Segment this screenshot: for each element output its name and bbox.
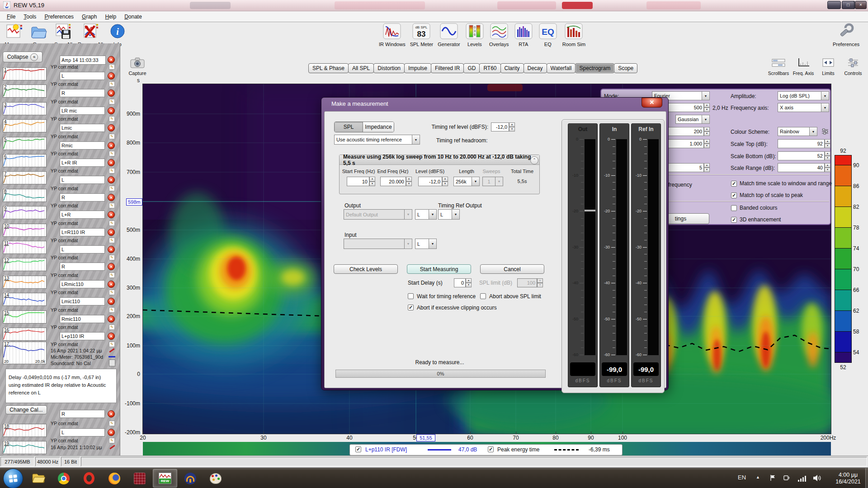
edit-notes-icon[interactable]: ✎ [109,272,115,278]
scale-top-spinner[interactable]: ▴▾ [825,139,830,148]
tab-filtered-ir[interactable]: Filtered IR [431,63,464,73]
measurement-thumbnail[interactable]: 12 [3,258,47,271]
measurement-name-field[interactable]: L+R [60,211,105,219]
tab-distortion[interactable]: Distortion [373,63,405,73]
measurement-thumbnail[interactable]: 13 [3,276,47,289]
dialog-close-button[interactable]: ✕ [642,98,662,108]
check-levels-button[interactable]: Check Levels [334,264,398,274]
trace-colour-pencil-icon[interactable] [109,348,114,353]
measurement-name-field[interactable]: L [60,72,105,80]
abort-clipping-checkbox[interactable] [408,305,414,310]
menu-tools[interactable]: Tools [20,13,39,21]
edit-notes-icon[interactable]: ✎ [109,81,115,87]
panel-checkbox-banded-colours[interactable] [731,205,737,211]
collapse-chevron-icon[interactable]: ⌃ [530,156,538,164]
scale-range-field[interactable]: 40 [778,163,825,172]
measurement-name-field[interactable]: LR mic [60,107,105,115]
network-signal-icon[interactable] [797,475,807,483]
fft-length-spinner[interactable]: ▴▾ [704,103,710,112]
delete-measurement-button[interactable]: × [108,298,115,305]
start-measuring-button[interactable]: Start Measuring [407,264,471,274]
tab-spl[interactable]: SPL [335,122,363,132]
tab-rt60[interactable]: RT60 [479,63,500,73]
edit-notes-icon[interactable]: ✎ [109,290,115,295]
measurement-thumbnail[interactable]: 2 [3,84,47,98]
edit-notes-icon[interactable]: ✎ [109,64,115,70]
power-plug-icon[interactable] [783,474,791,483]
delete-measurement-button[interactable]: × [108,142,115,149]
measurement-name-field[interactable]: Απρ 14 11:03:33 [60,56,106,65]
measurement-thumbnail[interactable]: 9 [3,206,47,219]
taskbar-app-explorer[interactable] [26,469,51,488]
measurement-thumbnail[interactable]: 7 [3,171,47,184]
tab-gd[interactable]: GD [463,63,480,73]
measurement-thumbnail[interactable]: 10 [3,224,47,237]
measurement-name-field[interactable]: Rmic [60,141,105,150]
start-delay-spinner[interactable]: ▴▾ [466,278,472,287]
toolbar-room-sim[interactable]: Room Sim [562,23,585,47]
scale-bottom-field[interactable]: 52 [778,151,825,160]
edit-notes-icon[interactable]: ✎ [109,238,115,243]
abort-spl-checkbox[interactable] [480,293,486,299]
edit-notes-icon[interactable]: ✎ [109,255,115,260]
cancel-button[interactable]: Cancel [480,264,544,274]
delete-measurement-button[interactable]: × [108,89,115,97]
delete-measurement-button[interactable]: × [108,246,115,253]
edit-notes-icon[interactable]: ✎ [109,151,115,156]
peak-energy-checkbox[interactable] [488,446,494,452]
edit-notes-icon[interactable]: ✎ [109,203,115,208]
tab-decay[interactable]: Decay [524,63,547,73]
tray-expand-icon[interactable]: ▲ [756,475,760,479]
measurement-thumbnail[interactable]: 1 [3,67,47,80]
delete-measurement-button[interactable]: × [108,410,115,418]
panel-checkbox-3d-enhancement[interactable] [731,217,737,223]
tab-impulse[interactable]: Impulse [404,63,431,73]
speaker-icon[interactable] [813,474,822,483]
start-button[interactable] [3,469,23,488]
panel-checkbox-match-top-of-scale-to-peak[interactable] [731,192,737,198]
edit-notes-icon[interactable]: ✎ [109,99,115,104]
taskbar-app-chrome[interactable] [52,469,76,488]
tab-waterfall[interactable]: Waterfall [547,63,576,73]
tab-spectrogram[interactable]: Spectrogram [575,63,614,73]
show-desktop-button[interactable] [865,468,868,488]
edit-notes-icon[interactable]: ✎ [109,168,115,174]
edit-notes-icon[interactable]: ✎ [109,421,115,426]
capture-button[interactable]: Capture [124,57,151,76]
edit-notes-icon[interactable]: ✎ [109,438,115,443]
menu-donate[interactable]: Donate [121,13,145,21]
output-channel-dropdown[interactable]: L▼ [415,209,437,220]
measurement-thumbnail[interactable]: 19 [3,441,47,454]
measurement-name-field[interactable]: L+R IR [60,159,105,167]
edit-notes-icon[interactable]: ✎ [109,342,115,347]
measurement-thumbnail[interactable]: 3 [3,102,47,115]
toolbar-preferences[interactable]: Preferences [833,23,859,47]
toolbar-overlays[interactable]: Overlays [489,23,509,47]
scale-range-spinner[interactable]: ▴▾ [825,163,830,172]
close-button[interactable]: × [855,1,867,9]
graph-button-scrollbars[interactable]: Scrollbars [768,57,789,76]
measurement-name-field[interactable]: L [60,428,105,436]
scale-top-field[interactable]: 92 [778,139,825,148]
measurement-thumbnail[interactable]: 6 [3,154,47,167]
measurement-name-field[interactable]: R [60,193,105,202]
edit-notes-icon[interactable]: ✎ [109,324,115,330]
timing-ref-level-field[interactable]: -12,0 [491,122,509,131]
measurement-thumbnail[interactable]: 11 [3,241,47,254]
trace-visibility-checkbox[interactable] [355,446,361,452]
measurement-thumbnail[interactable]: 4 [3,119,47,132]
start-freq-spinner[interactable]: ▴▾ [369,177,375,186]
measurement-name-field[interactable]: Lmic110 [60,297,105,305]
delete-measurement-button[interactable]: × [108,194,115,201]
taskbar-clock[interactable]: 4:00 μμ 16/4/2021 [831,468,865,488]
measurement-thumbnail[interactable]: 15 [3,310,47,324]
measurement-thumbnail[interactable]: 5 [3,137,47,150]
panel-checkbox-match-time-scale-to-window-and-range[interactable] [731,181,737,187]
tab-spl-phase[interactable]: SPL & Phase [308,63,349,73]
action-center-flag-icon[interactable] [769,474,776,483]
colour-scheme-dropdown[interactable]: Rainbow▼ [778,127,817,136]
measurement-name-field[interactable]: Lmic [60,124,105,132]
delete-measurement-button[interactable]: × [108,263,115,270]
taskbar-app-paint[interactable] [203,469,228,488]
measurement-thumbnail[interactable]: 18 [3,424,47,437]
